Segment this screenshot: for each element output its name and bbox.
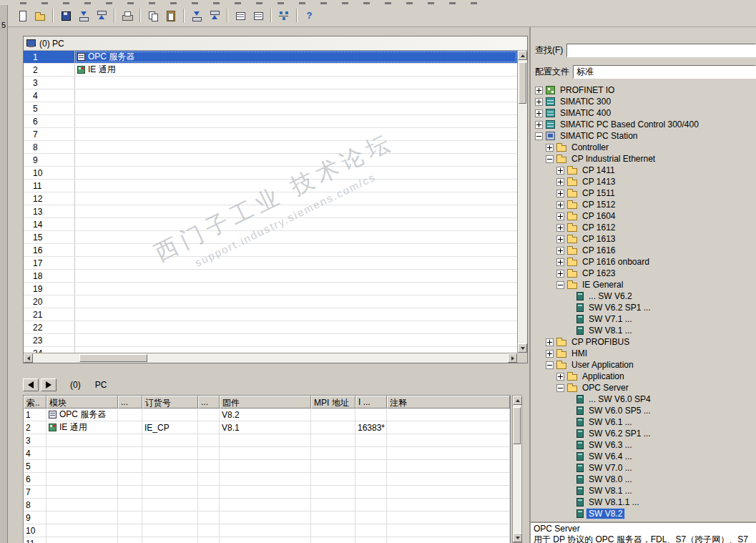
address-overview-button[interactable]	[249, 7, 267, 24]
expand-plus-icon[interactable]	[546, 338, 554, 346]
tree-item[interactable]: SW V6.2 SP1 ...	[532, 302, 756, 313]
tree-item[interactable]: CP Industrial Ethernet	[532, 153, 756, 165]
expand-plus-icon[interactable]	[556, 247, 564, 255]
scroll-up-button[interactable]	[518, 51, 527, 60]
slot-row[interactable]: 19	[24, 283, 517, 295]
slot-row[interactable]: 17	[24, 257, 517, 270]
tree-item[interactable]: SW V6.2 SP1 ...	[532, 428, 756, 439]
tree-item[interactable]: Controller	[532, 142, 756, 153]
slot-row[interactable]: 16	[24, 244, 517, 257]
slot-row[interactable]: 12	[24, 192, 517, 205]
slot-row[interactable]: 15	[24, 231, 517, 244]
tree-item[interactable]: SW V8.0 ...	[532, 474, 756, 485]
copy-button[interactable]	[144, 7, 162, 24]
tree-item[interactable]: CP 1616 onboard	[532, 256, 756, 268]
detail-row[interactable]: 6	[24, 473, 510, 486]
detail-row[interactable]: 9	[24, 512, 510, 524]
find-input[interactable]	[566, 44, 756, 57]
tree-item[interactable]: SIMATIC 300	[532, 96, 756, 107]
download-station-button[interactable]	[74, 7, 92, 24]
expand-plus-icon[interactable]	[535, 109, 543, 117]
tree-item[interactable]: CP 1512	[532, 199, 756, 210]
slot-row[interactable]: 1OPC 服务器	[24, 51, 517, 64]
tree-item[interactable]: CP 1511	[532, 187, 756, 199]
slot-row[interactable]: 13	[24, 205, 517, 218]
expand-plus-icon[interactable]	[556, 235, 564, 243]
tree-item[interactable]: SW V8.1 ...	[532, 325, 756, 336]
scroll-left-button[interactable]	[24, 353, 33, 363]
tree-item[interactable]: SW V8.2	[532, 508, 756, 519]
tree-item[interactable]: CP 1612	[532, 222, 756, 233]
tree-item[interactable]: SW V6.4 ...	[532, 451, 756, 462]
save-compile-button[interactable]	[57, 7, 74, 24]
slot-row[interactable]: 23	[24, 334, 517, 347]
tree-item[interactable]: IE General	[532, 279, 756, 290]
tree-item[interactable]: OPC Server	[532, 382, 756, 393]
tree-item[interactable]: SW V6.0 SP5 ...	[532, 405, 756, 416]
detail-row[interactable]: 7	[24, 486, 510, 499]
scroll-down-button[interactable]	[513, 533, 522, 542]
tree-item[interactable]: SIMATIC PC Station	[532, 130, 756, 142]
tree-item[interactable]: ... SW V6.0 SP4	[532, 393, 756, 405]
upload-from-plc-button[interactable]	[205, 7, 223, 24]
detail-row[interactable]: 5	[24, 460, 510, 473]
tree-item[interactable]: CP 1411	[532, 165, 756, 176]
slot-row[interactable]: 20	[24, 295, 517, 308]
scroll-up-button[interactable]	[513, 396, 522, 405]
tree-item[interactable]: Application	[532, 371, 756, 382]
collapse-minus-icon[interactable]	[535, 132, 543, 140]
expand-plus-icon[interactable]	[556, 190, 564, 197]
network-view-button[interactable]	[275, 7, 293, 24]
vertical-scrollbar-thumb[interactable]	[513, 407, 521, 444]
tree-item[interactable]: CP 1604	[532, 210, 756, 222]
download-to-plc-button[interactable]	[187, 7, 205, 24]
tree-item[interactable]: PROFINET IO	[532, 84, 756, 96]
tree-item[interactable]: SIMATIC 400	[532, 107, 756, 119]
detail-row[interactable]: 4	[24, 447, 510, 460]
expand-plus-icon[interactable]	[535, 87, 543, 94]
horizontal-scrollbar-thumb[interactable]	[79, 354, 147, 362]
detail-row[interactable]: 1OPC 服务器V8.2	[24, 409, 510, 421]
expand-plus-icon[interactable]	[546, 144, 554, 152]
catalog-toggle-button[interactable]	[231, 7, 249, 24]
collapse-minus-icon[interactable]	[546, 361, 554, 369]
slot-row[interactable]: 3	[24, 77, 517, 89]
tree-item[interactable]: CP 1616	[532, 245, 756, 256]
next-station-button[interactable]	[41, 378, 57, 391]
expand-plus-icon[interactable]	[556, 178, 564, 186]
station-horizontal-scrollbar[interactable]	[24, 353, 517, 363]
station-vertical-scrollbar[interactable]	[517, 51, 527, 353]
tree-item[interactable]: User Application	[532, 359, 756, 371]
slot-row[interactable]: 4	[24, 89, 517, 102]
scroll-down-button[interactable]	[518, 343, 527, 353]
slot-row[interactable]: 14	[24, 218, 517, 231]
expand-plus-icon[interactable]	[556, 224, 564, 232]
profile-dropdown[interactable]: 标准	[573, 65, 756, 79]
tree-item[interactable]: SW V6.1 ...	[532, 416, 756, 428]
slot-row[interactable]: 2IE 通用	[24, 64, 517, 77]
station-window-titlebar[interactable]: (0) PC	[24, 36, 527, 51]
detail-vertical-scrollbar[interactable]	[512, 395, 522, 543]
detail-row[interactable]: 10	[24, 524, 510, 537]
tree-item[interactable]: CP 1413	[532, 176, 756, 187]
expand-plus-icon[interactable]	[535, 98, 543, 106]
expand-plus-icon[interactable]	[556, 167, 564, 175]
tree-item[interactable]: SW V7.0 ...	[532, 462, 756, 474]
detail-row[interactable]: 11	[24, 537, 510, 543]
prev-station-button[interactable]	[23, 378, 39, 391]
slot-row[interactable]: 7	[24, 128, 517, 141]
tree-item[interactable]: SW V8.1.1 ...	[532, 496, 756, 508]
slot-row[interactable]: 10	[24, 167, 517, 180]
collapse-minus-icon[interactable]	[546, 155, 554, 163]
slot-row[interactable]: 24	[24, 347, 517, 353]
collapse-minus-icon[interactable]	[556, 281, 564, 289]
detail-row[interactable]: 3	[24, 434, 510, 447]
slot-row[interactable]: 5	[24, 102, 517, 115]
tree-item[interactable]: CP 1613	[532, 233, 756, 245]
expand-plus-icon[interactable]	[546, 350, 554, 358]
collapse-minus-icon[interactable]	[556, 384, 564, 392]
expand-plus-icon[interactable]	[556, 258, 564, 266]
tree-item[interactable]: ... SW V6.2	[532, 290, 756, 302]
tree-item[interactable]: CP PROFIBUS	[532, 336, 756, 348]
vertical-scrollbar-thumb[interactable]	[519, 62, 526, 104]
